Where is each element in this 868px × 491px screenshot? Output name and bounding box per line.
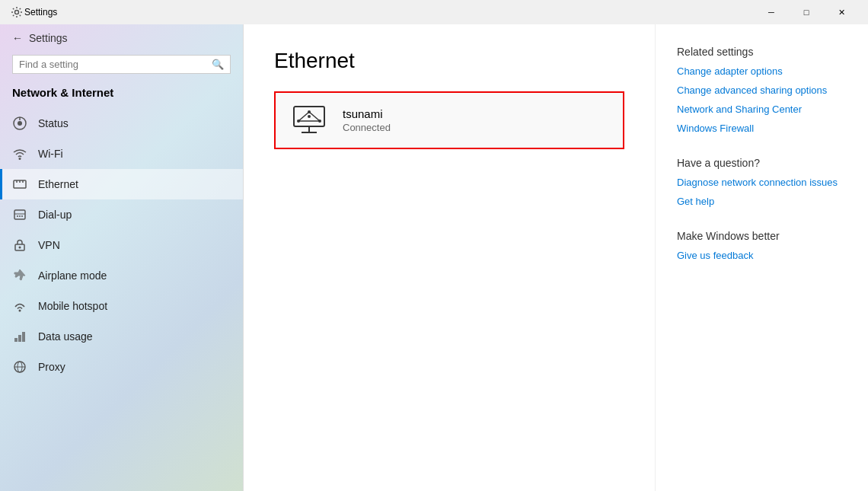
sidebar: ← Settings 🔍 Network & Internet Status: [0, 24, 244, 491]
sidebar-item-label: Proxy: [38, 361, 65, 373]
svg-rect-18: [18, 335, 21, 342]
proxy-icon: [12, 359, 27, 375]
sidebar-item-dialup[interactable]: Dial-up: [0, 199, 243, 230]
svg-rect-19: [22, 332, 25, 342]
search-input[interactable]: [19, 59, 212, 70]
titlebar-title: Settings: [24, 7, 754, 18]
airplane-icon: [12, 268, 27, 283]
sharing-center-link[interactable]: Network and Sharing Center: [677, 104, 847, 115]
back-label: Settings: [29, 32, 68, 44]
sharing-options-link[interactable]: Change advanced sharing options: [677, 84, 847, 96]
adapter-options-link[interactable]: Change adapter options: [677, 65, 847, 77]
sidebar-item-data[interactable]: Data usage: [0, 321, 243, 352]
page-title: Ethernet: [274, 49, 624, 73]
search-icon: 🔍: [212, 59, 224, 70]
firewall-link[interactable]: Windows Firewall: [677, 123, 847, 134]
get-help-link[interactable]: Get help: [677, 196, 847, 207]
vpn-icon: [12, 238, 27, 253]
content: Ethernet: [244, 24, 868, 491]
dialup-icon: [12, 207, 27, 222]
svg-point-26: [308, 115, 311, 118]
titlebar-controls: ─ □ ✕: [754, 0, 859, 24]
main-layout: ← Settings 🔍 Network & Internet Status: [0, 24, 868, 491]
search-box[interactable]: 🔍: [12, 55, 231, 74]
network-card-status: Connected: [343, 122, 608, 133]
sidebar-item-label: Dial-up: [38, 209, 72, 221]
svg-rect-17: [14, 338, 18, 342]
svg-point-13: [21, 215, 23, 217]
svg-point-12: [19, 215, 21, 217]
question-title: Have a question?: [677, 157, 847, 169]
wifi-icon: [12, 146, 27, 161]
svg-point-4: [19, 158, 21, 160]
sidebar-item-wifi[interactable]: Wi-Fi: [0, 139, 243, 169]
sidebar-item-label: Mobile hotspot: [38, 300, 107, 312]
sidebar-item-label: Wi-Fi: [38, 148, 63, 160]
hotspot-icon: [12, 298, 27, 314]
sidebar-item-label: Ethernet: [38, 178, 78, 190]
status-icon: [12, 116, 27, 131]
sidebar-item-label: Data usage: [38, 330, 93, 343]
svg-point-32: [308, 110, 311, 113]
svg-point-31: [318, 120, 321, 123]
data-icon: [12, 329, 27, 344]
sidebar-item-status[interactable]: Status: [0, 108, 243, 139]
back-arrow-icon: ←: [12, 32, 23, 44]
titlebar: Settings ─ □ ✕: [0, 0, 868, 24]
svg-point-30: [297, 120, 300, 123]
sidebar-item-vpn[interactable]: VPN: [0, 230, 243, 260]
sidebar-item-ethernet[interactable]: Ethernet: [0, 169, 243, 199]
svg-line-28: [298, 112, 309, 121]
svg-point-0: [15, 11, 19, 14]
sidebar-item-label: VPN: [38, 239, 60, 251]
svg-line-29: [309, 112, 320, 121]
sidebar-item-label: Airplane mode: [38, 269, 107, 282]
feedback-title: Make Windows better: [677, 230, 847, 242]
close-button[interactable]: ✕: [824, 0, 859, 24]
svg-point-15: [19, 247, 21, 249]
network-card-icon: [291, 105, 327, 136]
svg-point-2: [18, 121, 22, 126]
svg-point-16: [19, 310, 21, 312]
diagnose-link[interactable]: Diagnose network connection issues: [677, 177, 847, 188]
related-settings-title: Related settings: [677, 46, 847, 58]
divider1: [677, 142, 847, 157]
feedback-link[interactable]: Give us feedback: [677, 250, 847, 261]
sidebar-item-airplane[interactable]: Airplane mode: [0, 260, 243, 291]
minimize-button[interactable]: ─: [754, 0, 789, 24]
svg-rect-9: [14, 210, 25, 219]
section-title: Network & Internet: [0, 83, 243, 108]
maximize-button[interactable]: □: [789, 0, 824, 24]
svg-point-11: [17, 215, 18, 217]
sidebar-item-hotspot[interactable]: Mobile hotspot: [0, 291, 243, 321]
back-button[interactable]: ← Settings: [0, 24, 243, 52]
ethernet-icon: [12, 177, 27, 192]
network-card-info: tsunami Connected: [343, 107, 608, 133]
sidebar-item-label: Status: [38, 117, 69, 129]
sidebar-item-proxy[interactable]: Proxy: [0, 352, 243, 382]
settings-icon: [9, 5, 24, 20]
content-main: Ethernet: [244, 24, 655, 491]
right-panel: Related settings Change adapter options …: [655, 24, 868, 491]
network-card[interactable]: tsunami Connected: [274, 91, 624, 149]
divider2: [677, 215, 847, 230]
network-card-name: tsunami: [343, 107, 608, 120]
